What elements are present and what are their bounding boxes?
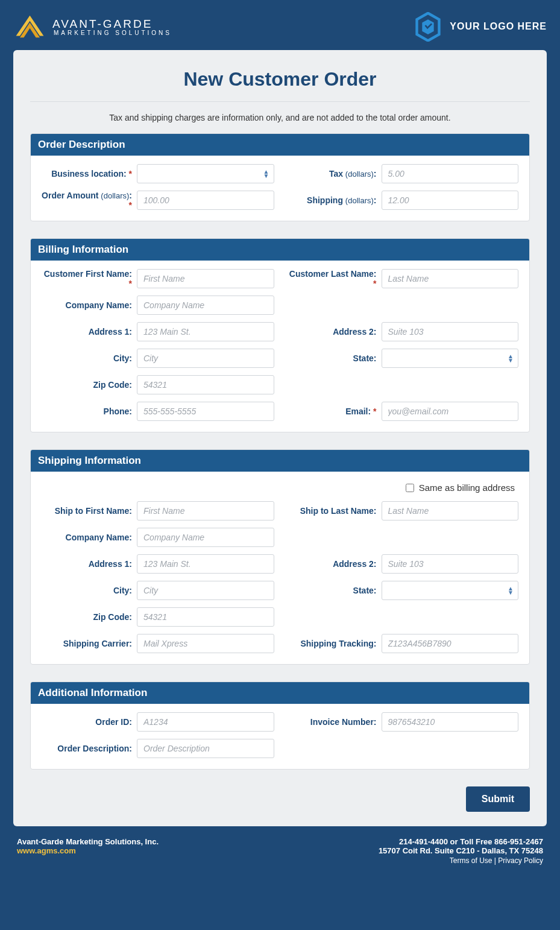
ship-addr2-label: Address 2:	[286, 559, 382, 569]
tax-label: Tax (dollars):	[286, 169, 382, 179]
footer-address: 15707 Coit Rd. Suite C210 - Dallas, TX 7…	[379, 846, 543, 855]
ship-city-label: City:	[42, 586, 137, 595]
ship-zip-label: Zip Code:	[42, 612, 137, 622]
client-logo-placeholder: YOUR LOGO HERE	[415, 12, 547, 41]
billing-last-name-input[interactable]	[382, 269, 519, 288]
billing-email-label: Email: *	[286, 406, 382, 416]
ship-last-name-input[interactable]	[382, 501, 519, 520]
order-desc-label: Order Description:	[42, 744, 137, 753]
order-amount-label: Order Amount (dollars): *	[42, 191, 137, 210]
section-shipping: Shipping Information Same as billing add…	[30, 449, 530, 665]
ship-first-name-input[interactable]	[137, 501, 274, 520]
billing-email-input[interactable]	[382, 402, 519, 421]
section-header: Order Description	[31, 134, 529, 156]
order-amount-input[interactable]	[137, 191, 274, 210]
ship-last-name-label: Ship to Last Name:	[286, 506, 382, 516]
triangle-icon	[13, 12, 46, 41]
billing-first-name-label: Customer First Name: *	[42, 269, 137, 288]
ship-carrier-label: Shipping Carrier:	[42, 639, 137, 648]
billing-addr2-label: Address 2:	[286, 327, 382, 337]
brand-name: AVANT-GARDE	[52, 17, 172, 31]
billing-city-label: City:	[42, 353, 137, 363]
ship-first-name-label: Ship to First Name:	[42, 506, 137, 516]
billing-phone-input[interactable]	[137, 402, 274, 421]
order-form-card: New Customer Order Tax and shipping char…	[13, 50, 547, 826]
tax-input[interactable]	[382, 164, 519, 183]
privacy-link[interactable]: Privacy Policy	[498, 856, 543, 865]
ship-carrier-input[interactable]	[137, 634, 274, 653]
billing-state-label: State:	[286, 353, 382, 363]
hexagon-icon	[415, 12, 441, 41]
order-id-label: Order ID:	[42, 717, 137, 727]
shipping-amount-input[interactable]	[382, 191, 519, 210]
billing-last-name-label: Customer Last Name: *	[286, 269, 382, 288]
same-as-billing-label: Same as billing address	[419, 482, 515, 493]
billing-first-name-input[interactable]	[137, 269, 274, 288]
shipping-amount-label: Shipping (dollars):	[286, 195, 382, 205]
page-title: New Customer Order	[30, 63, 530, 101]
section-billing: Billing Information Customer First Name:…	[30, 238, 530, 432]
page-header: AVANT-GARDE MARKETING SOLUTIONS YOUR LOG…	[13, 12, 547, 50]
divider	[30, 101, 530, 102]
billing-phone-label: Phone:	[42, 406, 137, 416]
section-additional: Additional Information Order ID: Invoice…	[30, 682, 530, 770]
invoice-number-label: Invoice Number:	[286, 717, 382, 727]
billing-company-label: Company Name:	[42, 300, 137, 310]
billing-company-input[interactable]	[137, 296, 274, 315]
order-desc-input[interactable]	[137, 739, 274, 758]
section-order-description: Order Description Business location: * ▲…	[30, 133, 530, 221]
billing-state-select[interactable]	[382, 349, 519, 368]
business-location-label: Business location: *	[42, 169, 137, 179]
business-location-select[interactable]	[137, 164, 274, 183]
brand-tagline: MARKETING SOLUTIONS	[52, 30, 172, 36]
same-as-billing-checkbox[interactable]	[406, 484, 414, 492]
ship-city-input[interactable]	[137, 581, 274, 600]
section-header: Billing Information	[31, 239, 529, 261]
billing-zip-label: Zip Code:	[42, 380, 137, 390]
invoice-number-input[interactable]	[382, 712, 519, 732]
terms-link[interactable]: Terms of Use	[450, 856, 492, 865]
ship-addr1-input[interactable]	[137, 554, 274, 574]
ship-state-select[interactable]	[382, 581, 519, 600]
ship-tracking-label: Shipping Tracking:	[286, 639, 382, 648]
ship-state-label: State:	[286, 586, 382, 595]
ship-tracking-input[interactable]	[382, 634, 519, 653]
billing-addr2-input[interactable]	[382, 322, 519, 341]
ship-company-label: Company Name:	[42, 533, 137, 542]
billing-zip-input[interactable]	[137, 375, 274, 394]
ship-addr1-label: Address 1:	[42, 559, 137, 569]
section-header: Additional Information	[31, 682, 529, 704]
billing-addr1-label: Address 1:	[42, 327, 137, 337]
ship-zip-input[interactable]	[137, 607, 274, 627]
billing-city-input[interactable]	[137, 349, 274, 368]
ship-company-input[interactable]	[137, 528, 274, 547]
footer-url-link[interactable]: www.agms.com	[17, 846, 76, 855]
ship-addr2-input[interactable]	[382, 554, 519, 574]
page-subtitle: Tax and shipping charges are information…	[30, 113, 530, 122]
footer-company: Avant-Garde Marketing Solutions, Inc.	[17, 837, 159, 846]
order-id-input[interactable]	[137, 712, 274, 732]
submit-button[interactable]: Submit	[466, 786, 530, 812]
footer-phone: 214-491-4400 or Toll Free 866-951-2467	[379, 837, 543, 846]
page-footer: Avant-Garde Marketing Solutions, Inc. ww…	[13, 826, 547, 868]
brand-logo: AVANT-GARDE MARKETING SOLUTIONS	[13, 12, 172, 41]
section-header: Shipping Information	[31, 450, 529, 472]
billing-addr1-input[interactable]	[137, 322, 274, 341]
